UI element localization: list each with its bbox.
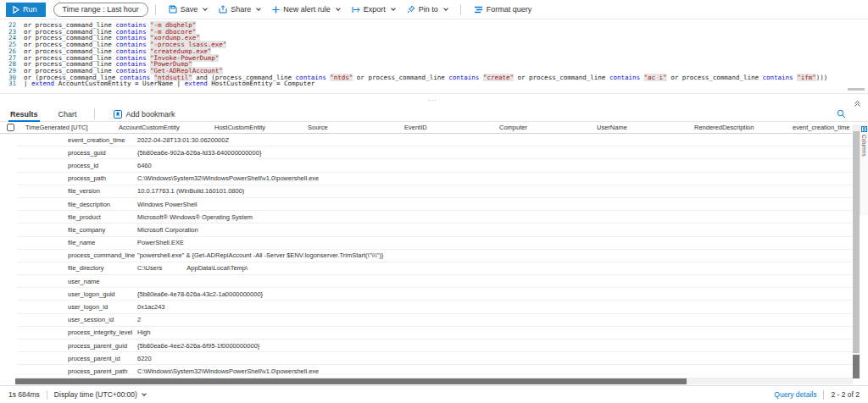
save-label: Save: [181, 5, 198, 14]
field-name: process_integrity_level: [17, 328, 137, 336]
record-range: 2 - 2 of 2: [831, 390, 860, 399]
field-name: file_description: [17, 201, 137, 208]
column-header-EventID[interactable]: EventID: [404, 124, 499, 131]
tabbar-divider: [94, 108, 95, 119]
detail-row-process_parent_guid[interactable]: process_parent_guid{5b80ea6e-4ee2-626a-6…: [17, 340, 852, 352]
results-header-row: TimeGenerated [UTC]AccountCustomEntityHo…: [0, 122, 852, 134]
detail-row-process_path[interactable]: process_pathC:\Windows\System32\WindowsP…: [17, 173, 852, 185]
field-value: Microsoft Corporation: [137, 226, 852, 234]
detail-row-file_product[interactable]: file_productMicrosoft® Windows® Operatin…: [17, 211, 852, 224]
field-value: High: [137, 328, 852, 336]
select-all-checkbox[interactable]: [7, 124, 14, 131]
columns-icon: [861, 126, 867, 132]
detail-row-process_id[interactable]: process_id6460: [17, 159, 852, 172]
detail-row-file_directory[interactable]: file_directoryC:\Users AppData\Local\Tem…: [17, 262, 852, 275]
columns-side-tab-label: Columns: [861, 135, 867, 157]
vertical-scrollbar-thumb[interactable]: [853, 131, 860, 353]
search-icon[interactable]: [837, 109, 846, 120]
run-button[interactable]: Run: [6, 3, 46, 17]
detail-row-process_parent_id[interactable]: process_parent_id6220: [17, 352, 852, 365]
export-icon: [352, 6, 360, 14]
field-name: process_parent_path: [17, 367, 137, 375]
add-bookmark-label: Add bookmark: [126, 110, 175, 119]
line-number: 31: [0, 80, 24, 87]
detail-row-file_name[interactable]: file_namePowerShell.EXE: [17, 237, 852, 250]
field-name: user_session_id: [17, 316, 137, 323]
field-name: process_path: [17, 174, 137, 182]
save-button[interactable]: Save: [163, 5, 214, 14]
detail-row-user_logon_guid[interactable]: user_logon_guid{5b80ea6e-4e78-626a-43c2-…: [17, 288, 852, 301]
drag-handle[interactable]: ···: [428, 97, 437, 104]
vertical-scrollbar[interactable]: [853, 124, 860, 378]
pin-to-button[interactable]: Pin to: [401, 5, 453, 14]
column-header-HostCustomEntity[interactable]: HostCustomEntity: [214, 124, 308, 131]
column-header-RenderedDescription[interactable]: RenderedDescription: [694, 124, 793, 131]
column-header-Source[interactable]: Source: [308, 124, 404, 131]
time-range-picker[interactable]: Time range : Last hour: [53, 3, 148, 17]
statusbar-divider: [47, 390, 47, 400]
detail-row-user_name[interactable]: user_name: [17, 275, 852, 288]
field-name: process_parent_id: [17, 355, 137, 362]
detail-row-file_version[interactable]: file_version10.0.17763.1 (WinBuild.16010…: [17, 185, 852, 198]
field-value: {5b80ea6e-4ee2-626a-6f95-1f0000000000}: [137, 342, 852, 350]
field-value: 2022-04-28T13:01:30.0620000Z: [137, 136, 852, 144]
format-icon: [474, 6, 483, 14]
query-details-link[interactable]: Query details: [774, 390, 816, 399]
detail-row-user_logon_id[interactable]: user_logon_id0x1ac243: [17, 301, 852, 313]
toolbar-divider: [460, 4, 461, 15]
detail-row-event_creation_time[interactable]: event_creation_time2022-04-28T13:01:30.0…: [17, 134, 852, 146]
horizontal-scrollbar[interactable]: [15, 378, 853, 384]
detail-row-user_session_id[interactable]: user_session_id2: [17, 314, 852, 327]
detail-row-process_command_line[interactable]: process_command_line"powershell.exe" & {…: [17, 250, 852, 262]
column-header-AccountCustomEntity[interactable]: AccountCustomEntity: [119, 124, 214, 131]
add-bookmark-button[interactable]: Add bookmark: [114, 110, 175, 119]
statusbar-divider: [823, 390, 824, 400]
detail-row-process_parent_path[interactable]: process_parent_pathC:\Windows\System32\W…: [17, 365, 852, 378]
field-name: user_logon_id: [17, 303, 137, 311]
field-name: process_command_line: [17, 251, 137, 259]
new-alert-rule-label: New alert rule: [283, 5, 331, 14]
detail-row-file_description[interactable]: file_descriptionWindows PowerShell: [17, 198, 852, 211]
column-header-event_creation_time[interactable]: event_creation_time: [793, 124, 852, 131]
query-editor-lines: 22or process_command_line contains "-m d…: [0, 20, 868, 87]
field-name: event_creation_time: [17, 136, 137, 144]
results-tabbar: Results Chart Add bookmark: [0, 107, 868, 122]
detail-row-process_guid[interactable]: process_guid{5b80ea6e-902a-626a-fd33-640…: [17, 146, 852, 159]
field-name: user_name: [17, 278, 137, 285]
field-value: 6220: [137, 355, 852, 362]
new-alert-rule-button[interactable]: New alert rule: [266, 5, 346, 14]
column-header-Computer[interactable]: Computer: [499, 124, 597, 131]
detail-row-file_company[interactable]: file_companyMicrosoft Corporation: [17, 224, 852, 236]
field-name: file_product: [17, 213, 137, 221]
tab-results[interactable]: Results: [0, 107, 48, 122]
tab-chart[interactable]: Chart: [48, 107, 87, 122]
play-icon: [13, 6, 19, 14]
share-button[interactable]: Share: [213, 5, 266, 14]
detail-row-process_integrity_level[interactable]: process_integrity_levelHigh: [17, 327, 852, 340]
code-line-31[interactable]: 31| extend AccountCustomEntity = UserNam…: [0, 80, 868, 87]
plus-icon: [272, 6, 280, 14]
query-editor[interactable]: 22or process_command_line contains "-m d…: [0, 20, 868, 93]
column-header-TimeGeneratedUTC[interactable]: TimeGenerated [UTC]: [25, 124, 119, 131]
field-name: process_id: [17, 162, 137, 169]
columns-side-tab[interactable]: Columns: [860, 124, 868, 216]
export-button[interactable]: Export: [346, 5, 401, 14]
chevron-down-icon: [203, 6, 208, 11]
status-bar: 1s 684ms Display time (UTC+00:00) Query …: [0, 385, 868, 403]
results-header-cells: TimeGenerated [UTC]AccountCustomEntityHo…: [25, 124, 852, 131]
query-toolbar: Run Time range : Last hour Save Share Ne…: [0, 0, 868, 19]
chevron-down-icon: [391, 6, 396, 11]
field-value: 6460: [137, 162, 852, 169]
horizontal-scrollbar-thumb[interactable]: [15, 378, 687, 384]
field-name: process_parent_guid: [17, 342, 137, 350]
time-range-label: Time range : Last hour: [63, 5, 139, 14]
editor-scrollbar[interactable]: [848, 88, 865, 91]
bookmark-icon: [114, 110, 122, 119]
column-header-UserName[interactable]: UserName: [597, 124, 694, 131]
select-all-wrap: [0, 124, 25, 131]
format-query-label: Format query: [487, 5, 532, 14]
editor-results-splitter: ···: [0, 93, 868, 107]
display-time-dropdown[interactable]: Display time (UTC+00:00): [54, 390, 137, 399]
field-value: 10.0.17763.1 (WinBuild.160101.0800): [137, 187, 852, 195]
format-query-button[interactable]: Format query: [468, 5, 538, 14]
